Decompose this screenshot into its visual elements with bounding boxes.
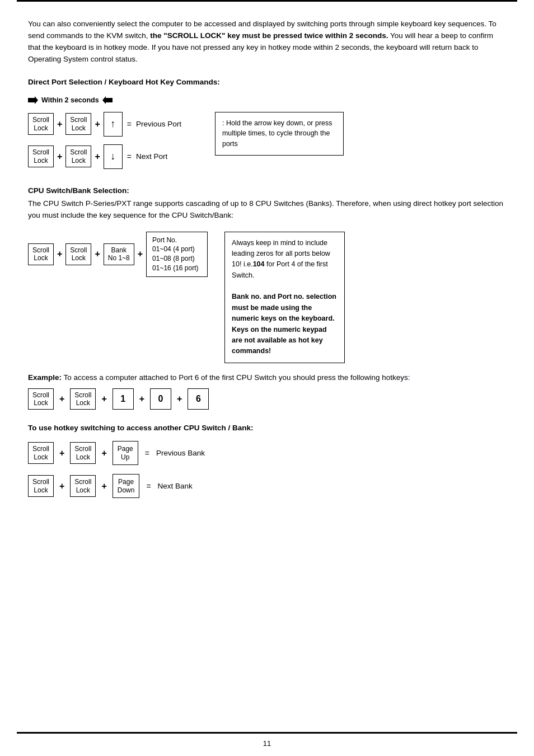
bank-info-bold: 104 [253,260,265,268]
intro-bold1: the "SCROLL LOCK" key must be pressed tw… [150,31,388,40]
plus-1: + [57,119,62,129]
intro-paragraph: You can also conveniently select the com… [28,18,506,65]
example-desc: To access a computer attached to Port 6 … [62,373,408,382]
right-arrow-icon [28,96,38,104]
scroll-lock-key-2: ScrollLock [65,113,91,135]
down-arrow-key: ↓ [104,144,123,169]
page-number: 11 [0,739,534,748]
equals-3: = [145,449,149,458]
example-colon: : [408,373,410,382]
cpu-switch-title: CPU Switch/Bank Selection: [28,186,506,195]
scroll-lock-key-8: ScrollLock [70,388,96,410]
scroll-lock-key-12: ScrollLock [70,475,96,497]
plus-3: + [57,152,62,162]
equals-4: = [146,482,151,491]
scroll-lock-key-10: ScrollLock [70,442,96,464]
plus-4: + [95,152,100,162]
cpu-switch-desc: The CPU Switch P-Series/PXT range suppor… [28,198,506,222]
previous-port-row: ScrollLock + ScrollLock + ↑ = Previous P… [28,112,181,137]
bank-info-bold2: Bank no. and Port no. selection must be … [232,293,336,355]
sequence-rows-col: ScrollLock + ScrollLock + ↑ = Previous P… [28,112,181,172]
plus-2: + [95,119,100,129]
num-key-6: 6 [188,388,209,410]
up-arrow-char: ↑ [110,118,115,130]
page-up-row: ScrollLock + ScrollLock + PageUp = Previ… [28,441,506,465]
next-port-label: Next Port [136,152,167,161]
num-key-0: 0 [150,388,171,410]
within-2-seconds-row: Within 2 seconds [28,96,506,106]
plus-11: + [177,394,182,404]
direct-port-title: Direct Port Selection / Keyboard Hot Key… [28,78,506,86]
scroll-lock-key-3: ScrollLock [28,145,54,167]
svg-marker-1 [102,96,113,104]
example-label: Example: [28,373,62,382]
up-arrow-key: ↑ [104,112,123,137]
page-down-key: PageDown [113,474,140,498]
bank-info-box: Always keep in mind to include leading z… [224,232,345,363]
bank-no-key: BankNo 1~8 [104,243,134,265]
next-bank-label: Next Bank [158,482,193,490]
port-no-box: Port No. 01~04 (4 port) 01~08 (8 port) 0… [146,232,208,277]
within-label: Within 2 seconds [41,96,99,104]
previous-bank-label: Previous Bank [156,449,205,457]
scroll-lock-key-6: ScrollLock [65,243,91,265]
previous-port-label: Previous Port [136,120,181,128]
scroll-lock-key-4: ScrollLock [65,145,91,167]
within-label-row: Within 2 seconds [28,96,113,104]
scroll-lock-key-1: ScrollLock [28,113,54,135]
plus-12: + [59,448,64,458]
plus-14: + [59,481,64,491]
example-sequence-row: ScrollLock + ScrollLock + 1 + 0 + 6 [28,388,506,410]
footer: 11 [0,732,534,756]
plus-6: + [95,249,100,259]
left-arrow-icon [102,96,113,104]
content: You can also conveniently select the com… [0,2,534,732]
bank-sequence-area: ScrollLock + ScrollLock + BankNo 1~8 + P… [28,232,506,363]
plus-9: + [101,394,106,404]
arrow-info-text: : Hold the arrow key down, or press mult… [222,119,332,148]
page-up-key: PageUp [113,441,138,465]
scroll-lock-key-7: ScrollLock [28,388,54,410]
plus-15: + [101,481,106,491]
port-no-line4: 01~16 (16 port) [152,264,198,272]
port-no-line3: 01~08 (8 port) [152,255,195,262]
equals-2: = [127,152,132,161]
plus-8: + [59,394,64,404]
example-text: Example: To access a computer attached t… [28,373,506,382]
port-no-line2: 01~04 (4 port) [152,245,195,253]
next-port-row: ScrollLock + ScrollLock + ↓ = Next Port [28,144,181,169]
hotkey-switch-title: To use hotkey switching to access anothe… [28,424,506,432]
plus-5: + [57,249,62,259]
scroll-lock-key-9: ScrollLock [28,442,54,464]
plus-7: + [138,249,143,259]
bottom-border [17,732,517,734]
arrow-info-box: : Hold the arrow key down, or press mult… [215,112,344,156]
page: You can also conveniently select the com… [0,0,534,756]
bank-sequence-row: ScrollLock + ScrollLock + BankNo 1~8 + P… [28,232,208,277]
scroll-lock-key-11: ScrollLock [28,475,54,497]
svg-marker-0 [28,96,38,104]
equals-1: = [127,120,132,129]
plus-10: + [139,394,144,404]
sequence-and-info: ScrollLock + ScrollLock + ↑ = Previous P… [28,112,506,172]
scroll-lock-key-5: ScrollLock [28,243,54,265]
plus-13: + [101,448,106,458]
port-no-line1: Port No. [152,236,177,244]
page-down-row: ScrollLock + ScrollLock + PageDown = Nex… [28,474,506,498]
num-key-1: 1 [113,388,134,410]
down-arrow-char: ↓ [110,151,115,162]
loop-area: Within 2 seconds [28,96,113,106]
